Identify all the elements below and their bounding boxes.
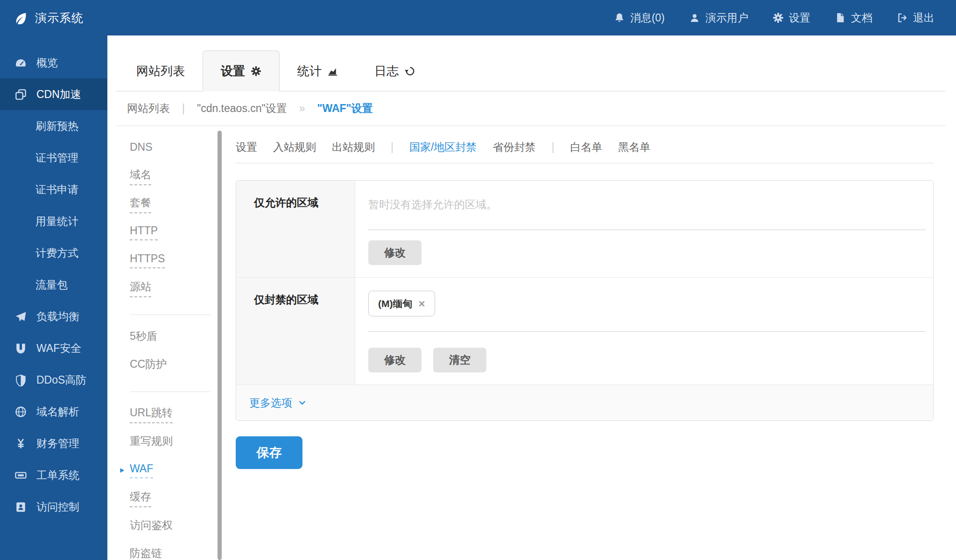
sidebar-item-cert-apply[interactable]: 证书申请 xyxy=(0,174,107,205)
settings-content: DNS 域名 套餐 HTTP HTTPS 源站 5秒盾 CC防护 xyxy=(107,126,956,560)
sidebar-item-label: 计费方式 xyxy=(35,246,78,260)
blocked-region-row: 仅封禁的区域 (M)缅甸 × 修改 清空 xyxy=(236,277,933,385)
tab-label: 设置 xyxy=(221,63,245,79)
rule-tab-outbound[interactable]: 出站规则 xyxy=(332,140,375,154)
sidebar-item-access-control[interactable]: 访问控制 xyxy=(0,491,107,523)
document-icon xyxy=(835,12,846,23)
magnet-icon xyxy=(14,342,27,355)
sidebar-item-cert-manage[interactable]: 证书管理 xyxy=(0,142,107,174)
breadcrumb-site-list[interactable]: 网站列表 xyxy=(127,101,170,116)
blocked-region-clear-button[interactable]: 清空 xyxy=(433,348,486,372)
subnav-scrollbar[interactable] xyxy=(218,131,222,560)
sidebar-item-finance[interactable]: 财务管理 xyxy=(0,427,107,459)
subnav-item-access-auth[interactable]: 访问鉴权 xyxy=(116,512,216,540)
settings-menu-item[interactable]: 设置 xyxy=(773,11,810,25)
rule-tab-settings[interactable]: 设置 xyxy=(236,140,257,154)
sidebar-item-overview[interactable]: 概览 xyxy=(0,47,107,78)
tab-settings[interactable]: 设置 xyxy=(203,50,280,91)
tab-logs[interactable]: 日志 xyxy=(357,50,434,91)
blocked-region-modify-button[interactable]: 修改 xyxy=(368,348,422,372)
sidebar-item-load-balance[interactable]: 负载均衡 xyxy=(0,301,107,332)
sidebar-item-traffic-package[interactable]: 流量包 xyxy=(0,269,107,301)
sidebar-item-label: 证书管理 xyxy=(35,151,78,165)
rule-tab-blacklist[interactable]: 黑名单 xyxy=(618,140,650,154)
user-menu-item[interactable]: 演示用户 xyxy=(689,11,748,25)
gear-icon xyxy=(251,66,261,77)
logout-label: 退出 xyxy=(913,11,935,25)
breadcrumb-site-settings[interactable]: "cdn.teaos.cn"设置 xyxy=(197,101,287,116)
save-button[interactable]: 保存 xyxy=(236,436,302,469)
main-content: 网站列表 设置 统计 日志 网站列表 | "cdn.teaos.cn"设置 » … xyxy=(107,35,956,560)
subnav-item-cc-protect[interactable]: CC防护 xyxy=(116,351,216,379)
sidebar: 概览 CDN加速 刷新预热 证书管理 证书申请 用量统计 计费方式 流量包 负载… xyxy=(0,35,107,560)
blocked-region-tag: (M)缅甸 × xyxy=(368,291,435,316)
sidebar-item-refresh-preheat[interactable]: 刷新预热 xyxy=(0,110,107,142)
subnav-item-url-redirect[interactable]: URL跳转 xyxy=(116,400,216,428)
sidebar-item-usage-stats[interactable]: 用量统计 xyxy=(0,205,107,237)
subnav-item-hotlink-protect[interactable]: 防盗链 xyxy=(116,540,216,560)
leaf-logo-icon xyxy=(14,11,28,25)
more-options-label: 更多选项 xyxy=(249,396,292,410)
caret-right-icon xyxy=(119,467,125,474)
tab-label: 统计 xyxy=(297,63,322,79)
rule-tab-country-block[interactable]: 国家/地区封禁 xyxy=(409,140,477,154)
subnav-item-https[interactable]: HTTPS xyxy=(116,246,216,274)
subnav-item-origin[interactable]: 源站 xyxy=(116,274,216,302)
allowed-region-body: 暂时没有选择允许的区域。 修改 xyxy=(355,181,933,277)
subnav-item-cache[interactable]: 缓存 xyxy=(116,484,216,512)
rule-tab-inbound[interactable]: 入站规则 xyxy=(273,140,316,154)
rule-tabs-divider xyxy=(236,163,934,163)
subnav-item-rewrite-rules[interactable]: 重写规则 xyxy=(116,428,216,456)
subnav-item-domain[interactable]: 域名 xyxy=(116,162,216,190)
tab-label: 日志 xyxy=(374,63,399,79)
shield-icon xyxy=(14,374,27,386)
sidebar-item-tickets[interactable]: 工单系统 xyxy=(0,459,107,491)
sidebar-item-label: 负载均衡 xyxy=(36,309,79,324)
allowed-region-value-area: 暂时没有选择允许的区域。 xyxy=(368,194,926,230)
rule-tab-province-block[interactable]: 省份封禁 xyxy=(492,140,535,154)
sidebar-item-waf-security[interactable]: WAF安全 xyxy=(0,332,107,364)
blocked-region-body: (M)缅甸 × 修改 清空 xyxy=(355,278,933,385)
allowed-region-label: 仅允许的区域 xyxy=(236,181,355,277)
id-card-icon xyxy=(14,501,27,513)
sidebar-item-label: 流量包 xyxy=(35,278,68,292)
more-options-toggle[interactable]: 更多选项 xyxy=(236,385,933,420)
logout-icon xyxy=(897,12,908,23)
app-brand[interactable]: 演示系统 xyxy=(0,10,84,26)
sidebar-item-label: 证书申请 xyxy=(35,182,78,197)
sidebar-item-dns-resolve[interactable]: 域名解析 xyxy=(0,396,107,427)
user-label: 演示用户 xyxy=(705,11,748,25)
chart-icon xyxy=(327,65,339,77)
subnav-item-plan[interactable]: 套餐 xyxy=(116,190,216,218)
subnav-item-waf[interactable]: WAF xyxy=(116,456,216,484)
tab-statistics[interactable]: 统计 xyxy=(280,50,357,91)
subnav-item-dns[interactable]: DNS xyxy=(116,134,216,162)
subnav-item-5s-shield[interactable]: 5秒盾 xyxy=(116,323,216,351)
bell-icon xyxy=(614,12,625,23)
logout-menu-item[interactable]: 退出 xyxy=(897,11,935,25)
subnav-item-http[interactable]: HTTP xyxy=(116,218,216,246)
sidebar-item-label: 访问控制 xyxy=(36,500,79,514)
sidebar-item-label: 概览 xyxy=(36,56,58,70)
messages-menu-item[interactable]: 消息(0) xyxy=(614,11,665,25)
topbar-menu: 消息(0) 演示用户 设置 文档 退出 xyxy=(614,11,956,25)
allowed-region-placeholder: 暂时没有选择允许的区域。 xyxy=(368,198,497,210)
sidebar-item-label: 刷新预热 xyxy=(35,119,78,133)
sidebar-item-label: 财务管理 xyxy=(36,436,79,451)
site-tabs: 网站列表 设置 统计 日志 xyxy=(119,50,434,91)
gear-icon xyxy=(773,12,784,23)
tag-remove-icon[interactable]: × xyxy=(418,298,425,309)
breadcrumb-waf-settings[interactable]: "WAF"设置 xyxy=(317,101,373,116)
sidebar-item-cdn[interactable]: CDN加速 xyxy=(0,78,107,110)
allowed-region-modify-button[interactable]: 修改 xyxy=(368,240,422,265)
subnav-group-divider xyxy=(130,315,211,315)
sidebar-item-label: 用量统计 xyxy=(35,214,78,229)
rule-tab-whitelist[interactable]: 白名单 xyxy=(570,140,602,154)
blocked-region-label: 仅封禁的区域 xyxy=(236,278,355,385)
sidebar-item-ddos[interactable]: DDoS高防 xyxy=(0,364,107,396)
settings-label: 设置 xyxy=(789,11,810,25)
tab-site-list[interactable]: 网站列表 xyxy=(119,50,203,91)
docs-menu-item[interactable]: 文档 xyxy=(835,11,872,25)
clone-icon xyxy=(14,88,27,101)
sidebar-item-billing-method[interactable]: 计费方式 xyxy=(0,237,107,269)
